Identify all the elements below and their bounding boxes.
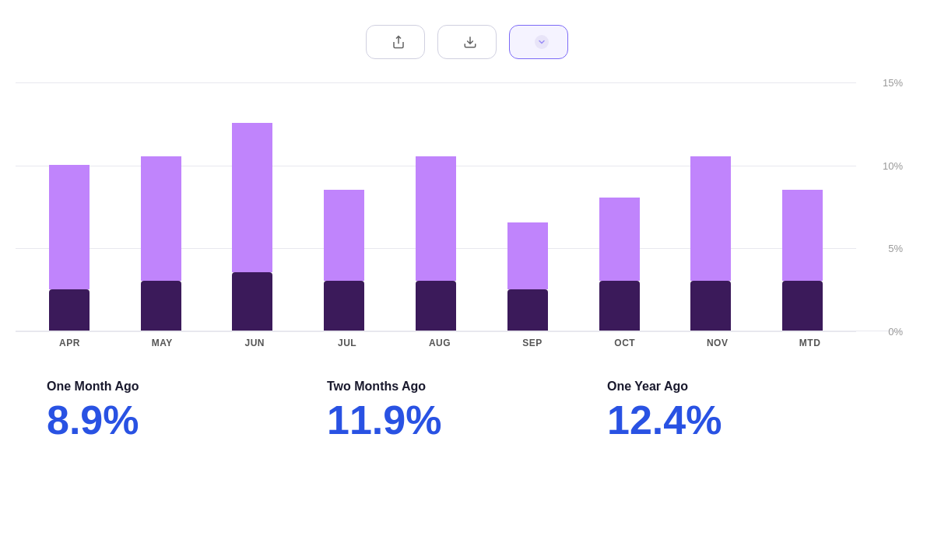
x-axis-label: OCT: [578, 338, 671, 348]
bar-group: [115, 82, 207, 331]
export-button[interactable]: [437, 25, 497, 59]
bar-group: [757, 82, 848, 331]
x-axis-labels: APRMAYJUNJULAUGSEPOCTNOVMTD: [16, 338, 903, 348]
bar-segment-bottom: [232, 123, 272, 272]
bar-segment-bottom: [782, 190, 823, 281]
grid-label: 5%: [860, 243, 903, 254]
bar-stack: [782, 190, 823, 331]
bar-segment-top: [232, 272, 272, 331]
grid-label: 15%: [860, 77, 903, 89]
bar-stack: [141, 156, 181, 331]
stat-value: 12.4%: [607, 400, 887, 440]
bar-segment-bottom: [416, 156, 456, 281]
export-icon: [463, 35, 477, 49]
stat-label: One Month Ago: [47, 380, 327, 394]
bar-segment-top: [599, 281, 640, 331]
bar-group: [207, 82, 299, 331]
x-axis-label: NOV: [671, 338, 764, 348]
bar-stack: [507, 222, 548, 331]
bar-segment-top: [690, 281, 731, 331]
x-axis-label: AUG: [394, 338, 486, 348]
grid-label: 10%: [860, 159, 903, 171]
bar-segment-top: [507, 289, 548, 331]
stat-label: Two Months Ago: [327, 380, 607, 394]
stats-section: One Month Ago8.9%Two Months Ago11.9%One …: [0, 348, 934, 440]
x-axis-label: MTD: [764, 338, 856, 348]
bar-segment-bottom: [599, 198, 640, 281]
bar-segment-bottom: [324, 190, 364, 281]
toolbar: [0, 0, 934, 75]
bar-stack: [324, 190, 364, 331]
x-axis-label: APR: [23, 338, 116, 348]
bar-group: [665, 82, 757, 331]
bar-segment-top: [49, 289, 90, 331]
bar-group: [482, 82, 574, 331]
bar-segment-bottom: [507, 222, 548, 289]
bar-stack: [49, 165, 90, 331]
bar-group: [23, 82, 115, 331]
chart-section: 15%10%5%0% APRMAYJUNJULAUGSEPOCTNOVMTD: [0, 82, 934, 348]
x-axis-label: JUL: [301, 338, 394, 348]
x-axis-label: MAY: [116, 338, 209, 348]
bar-group: [298, 82, 390, 331]
share-icon: [392, 35, 406, 49]
bar-stack: [232, 123, 272, 331]
bar-stack: [599, 198, 640, 331]
bar-group: [574, 82, 665, 331]
bar-segment-top: [141, 281, 181, 331]
bar-segment-bottom: [141, 156, 181, 281]
period-selector[interactable]: [509, 25, 568, 59]
stat-value: 11.9%: [327, 400, 607, 440]
bar-segment-bottom: [49, 165, 90, 289]
chart-grid: 15%10%5%0%: [16, 82, 903, 331]
bar-segment-top: [324, 281, 364, 331]
stat-label: One Year Ago: [607, 380, 887, 394]
share-button[interactable]: [366, 25, 425, 59]
bars-container: [16, 82, 856, 331]
x-axis-label: JUN: [209, 338, 301, 348]
stat-item: One Year Ago12.4%: [607, 380, 887, 440]
bar-segment-bottom: [690, 156, 731, 281]
stat-item: One Month Ago8.9%: [47, 380, 327, 440]
bar-stack: [416, 156, 456, 331]
bar-segment-top: [782, 281, 823, 331]
stat-item: Two Months Ago11.9%: [327, 380, 607, 440]
x-axis-label: SEP: [486, 338, 578, 348]
bar-segment-top: [416, 281, 456, 331]
bar-group: [390, 82, 482, 331]
stat-value: 8.9%: [47, 400, 327, 440]
grid-label: 0%: [860, 326, 903, 338]
chevron-down-icon: [535, 35, 549, 49]
bar-stack: [690, 156, 731, 331]
grid-line: [16, 331, 856, 332]
